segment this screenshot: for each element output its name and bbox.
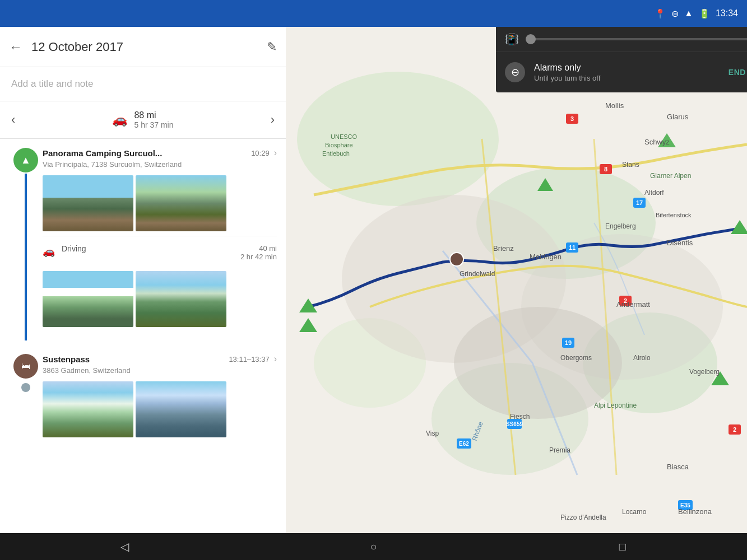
driving-car-icon: 🚗 [43, 245, 55, 258]
minus-circle-icon: ⊖ [671, 8, 679, 19]
back-button[interactable]: ← [9, 39, 22, 55]
add-note-area[interactable]: Add a title and note [0, 67, 286, 101]
svg-text:E62: E62 [459, 441, 469, 447]
map-panel[interactable]: 3 8 17 11 2 19 SS659 E62 E35 2 Mollis [286, 27, 747, 533]
edit-button[interactable]: ✎ [267, 40, 277, 54]
camping-name: Panorama Camping Surcuol... [43, 148, 247, 158]
svg-text:Pizzo d'Andella: Pizzo d'Andella [560, 514, 606, 521]
wifi-icon: ▲ [684, 8, 693, 18]
svg-text:2: 2 [733, 426, 736, 433]
driving-duration: 2 hr 42 min [240, 253, 277, 261]
status-bar: 📍 ⊖ ▲ 🔋 13:34 [0, 0, 747, 27]
recents-nav-button[interactable]: □ [606, 535, 639, 558]
camping-time: 10:29 [251, 149, 270, 157]
svg-text:Bifertenstock: Bifertenstock [656, 212, 692, 218]
svg-text:Grindelwald: Grindelwald [460, 270, 495, 278]
svg-text:Fiesch: Fiesch [510, 413, 530, 421]
svg-text:Airolo: Airolo [633, 354, 651, 362]
route-summary: ‹ 🚗 88 mi 5 hr 37 min › [0, 101, 286, 139]
svg-text:17: 17 [636, 199, 643, 206]
svg-text:Biosphäre: Biosphäre [325, 142, 353, 148]
svg-text:Schwyz: Schwyz [644, 138, 670, 146]
sustenpass-photos [43, 381, 277, 437]
sleep-icon: 🛏 [13, 354, 38, 379]
photo-thumb[interactable] [43, 271, 133, 327]
nav-bar: ◁ ○ □ [0, 533, 747, 560]
back-nav-icon: ◁ [120, 540, 129, 553]
alarm-text: Alarms only Until you turn this off [534, 63, 715, 82]
alarm-title: Alarms only [534, 63, 715, 73]
svg-text:UNESCO: UNESCO [331, 133, 358, 140]
timeline-left-1: ▲ [9, 148, 43, 340]
route-prev-button[interactable]: ‹ [11, 113, 15, 127]
back-nav-button[interactable]: ◁ [108, 535, 141, 558]
header: ← 12 October 2017 ✎ [0, 27, 286, 67]
list-item: ▲ Panorama Camping Surcuol... 10:29 › Vi… [0, 139, 286, 340]
alarm-section: ⊖ Alarms only Until you turn this off EN… [496, 52, 747, 92]
driving-label: Driving [62, 244, 234, 253]
svg-text:Obergoms: Obergoms [560, 354, 592, 362]
photo-thumb[interactable] [136, 381, 226, 437]
svg-text:Stans: Stans [622, 161, 639, 169]
route-distance: 88 mi [134, 110, 173, 120]
svg-text:3: 3 [570, 115, 574, 122]
notification-panel: 📳 ▾ ⊖ Alarms only Until you turn this of… [496, 27, 747, 92]
timeline-left-2: 🛏 [9, 354, 43, 451]
route-duration: 5 hr 37 min [134, 120, 173, 129]
svg-text:Glarner Alpen: Glarner Alpen [650, 172, 691, 180]
camping-arrow: › [274, 148, 277, 158]
camping-photos [43, 175, 277, 231]
alarm-subtitle: Until you turn this off [534, 74, 715, 82]
photo-thumb[interactable] [43, 381, 133, 437]
svg-text:Altdorf: Altdorf [644, 189, 664, 197]
alarm-minus-icon: ⊖ [505, 62, 525, 82]
volume-thumb[interactable] [526, 34, 536, 44]
svg-text:Vogelberg: Vogelberg [689, 368, 720, 376]
car-icon: 🚗 [112, 113, 127, 127]
driving-stats: 40 mi 2 hr 42 min [240, 244, 277, 261]
sustenpass-name: Sustenpass [43, 354, 224, 364]
sustenpass-time: 13:11–13:37 [229, 355, 269, 363]
svg-text:SS659: SS659 [506, 421, 523, 427]
main-container: ← 12 October 2017 ✎ Add a title and note… [0, 27, 747, 533]
vibrate-icon: 📳 [505, 32, 519, 46]
photo-thumb[interactable] [43, 175, 133, 231]
battery-icon: 🔋 [699, 8, 710, 19]
svg-text:Entlebuch: Entlebuch [322, 150, 350, 157]
page-title: 12 October 2017 [31, 40, 258, 54]
svg-text:Locarno: Locarno [622, 508, 647, 516]
home-nav-icon: ○ [370, 540, 377, 553]
svg-text:Visp: Visp [426, 430, 439, 437]
sustenpass-content: Sustenpass 13:11–13:37 › 3863 Gadmen, Sw… [43, 354, 277, 451]
location-icon: 📍 [655, 8, 666, 19]
timeline-line-1 [25, 174, 27, 340]
map-svg: 3 8 17 11 2 19 SS659 E62 E35 2 Mollis [286, 27, 747, 533]
svg-text:Mollis: Mollis [605, 101, 624, 110]
camping-content: Panorama Camping Surcuol... 10:29 › Via … [43, 148, 277, 340]
svg-text:Bellinzona: Bellinzona [678, 507, 712, 516]
camping-icon: ▲ [13, 148, 38, 172]
sustenpass-header: Sustenpass 13:11–13:37 › [43, 354, 277, 364]
sustenpass-address: 3863 Gadmen, Switzerland [43, 366, 277, 375]
route-next-button[interactable]: › [271, 113, 275, 127]
svg-text:Glarus: Glarus [667, 113, 689, 121]
camping-photos-2 [43, 271, 277, 327]
timeline-dot-2 [21, 383, 30, 392]
add-note-placeholder: Add a title and note [11, 78, 94, 89]
photo-thumb[interactable] [136, 175, 226, 231]
svg-text:Premia: Premia [549, 446, 570, 454]
driving-info: 🚗 Driving 40 mi 2 hr 42 min [43, 236, 277, 269]
driving-distance: 40 mi [240, 244, 277, 253]
svg-text:Engelberg: Engelberg [605, 222, 636, 230]
volume-slider[interactable] [526, 38, 747, 40]
svg-text:Alpi Lepontine: Alpi Lepontine [594, 402, 637, 409]
end-now-button[interactable]: END NOW [724, 63, 747, 81]
svg-point-11 [450, 253, 463, 266]
home-nav-button[interactable]: ○ [356, 535, 390, 558]
left-panel: ← 12 October 2017 ✎ Add a title and note… [0, 27, 286, 533]
svg-text:Biasca: Biasca [667, 463, 689, 471]
photo-thumb[interactable] [136, 271, 226, 327]
status-icons: 📍 ⊖ ▲ 🔋 13:34 [655, 8, 738, 19]
sustenpass-arrow: › [274, 354, 277, 364]
timeline: ▲ Panorama Camping Surcuol... 10:29 › Vi… [0, 139, 286, 533]
